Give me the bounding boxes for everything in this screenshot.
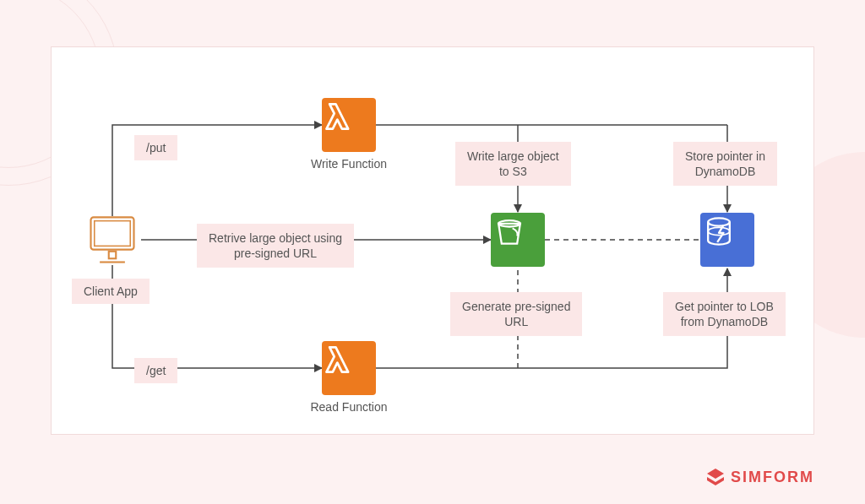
dynamodb-icon: [700, 213, 754, 267]
read-function-label: Read Function: [305, 400, 393, 414]
s3-bucket-icon: [491, 213, 545, 267]
put-endpoint-label: /put: [134, 135, 177, 160]
get-pointer-label: Get pointer to LOB from DynamoDB: [663, 292, 786, 336]
write-function-label: Write Function: [305, 157, 393, 171]
lambda-write-icon: [322, 98, 376, 152]
retrieve-label: Retrive large object using pre-signed UR…: [197, 224, 354, 268]
store-pointer-label: Store pointer in DynamoDB: [673, 142, 777, 186]
client-app-label: Client App: [72, 279, 150, 304]
simform-logo-icon: [705, 467, 726, 487]
svg-rect-1: [95, 221, 131, 247]
svg-point-5: [708, 218, 730, 225]
write-s3-label: Write large object to S3: [455, 142, 571, 186]
svg-rect-2: [109, 252, 117, 259]
brand-logo: SIMFORM: [705, 467, 814, 487]
get-endpoint-label: /get: [134, 358, 177, 383]
generate-presigned-label: Generate pre-signed URL: [450, 292, 582, 336]
diagram-canvas: Client App /put /get Retrive large objec…: [51, 46, 814, 435]
svg-rect-0: [91, 217, 134, 249]
client-app-icon: [84, 212, 141, 269]
brand-name: SIMFORM: [731, 469, 814, 486]
lambda-read-icon: [322, 341, 376, 395]
